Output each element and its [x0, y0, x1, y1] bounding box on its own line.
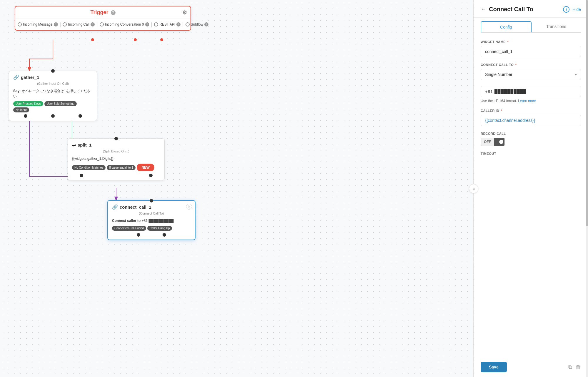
caller-id-input[interactable] — [481, 115, 581, 126]
svg-point-2 — [160, 38, 163, 41]
trigger-tab-help-4: ? — [176, 22, 181, 26]
widget-name-input[interactable] — [481, 46, 581, 57]
phone-number-group: Use the +E.164 format. Learn more — [481, 86, 581, 103]
trigger-tab-label-3: Incoming Conversation 0 — [105, 22, 144, 26]
connect-phone: +81 ██████████ — [142, 219, 174, 223]
split-new-badge[interactable]: NEW — [137, 164, 154, 171]
connect-output-dot-2 — [163, 233, 166, 237]
trigger-header: Trigger ? ⚙ — [15, 6, 191, 19]
connect-tag-0: Connected Call Ended — [112, 226, 146, 231]
connect-call-node[interactable]: ✕ 🔗 connect_call_1 (Connect Call To) Con… — [107, 200, 196, 240]
connect-call-to-select-wrapper: Single Number Queue Agent — [481, 69, 581, 80]
widget-name-label: WIDGET NAME * — [481, 40, 581, 44]
gather-link-icon: 🔗 — [13, 74, 19, 80]
tab-config[interactable]: Config — [481, 21, 532, 33]
split-node-content: {{widgets.gather_1.Digits}} — [68, 155, 164, 164]
trigger-tab-circle-4 — [154, 22, 158, 26]
gather-say-text: オペレータにつなぎ場合は1を押してください — [13, 89, 91, 98]
tab-transitions[interactable]: Transitions — [532, 21, 581, 32]
panel-title: Connect Call To — [489, 6, 560, 13]
connect-node-subtitle: (Connect Call To) — [108, 212, 195, 217]
panel-hide-button[interactable]: Hide — [572, 7, 581, 12]
trigger-tab-help-2: ? — [91, 22, 95, 26]
connect-link-icon: 🔗 — [112, 204, 118, 210]
widget-name-group: WIDGET NAME * — [481, 40, 581, 57]
connect-call-to-label: CONNECT CALL TO * — [481, 63, 581, 67]
panel-tabs: Config Transitions — [474, 18, 588, 32]
gather-output-dot-1 — [24, 114, 27, 118]
caller-id-label: CALLER ID * — [481, 109, 581, 112]
gather-node-subtitle: (Gather Input On Call) — [9, 82, 97, 87]
panel-collapse-button[interactable]: « — [469, 184, 478, 193]
record-call-toggle[interactable] — [494, 138, 505, 146]
gather-output-dot-2 — [51, 114, 55, 118]
trigger-node: Trigger ? ⚙ Incoming Message ? | Incomin… — [15, 6, 191, 31]
timeout-label: TIMEOUT — [481, 152, 581, 155]
split-node[interactable]: ⇌ split_1 (Split Based On...) {{widgets.… — [68, 138, 165, 180]
trigger-gear-icon[interactable]: ⚙ — [182, 9, 187, 16]
connect-node-title: connect_call_1 — [120, 205, 151, 210]
gather-node[interactable]: 🔗 gather_1 (Gather Input On Call) Say: オ… — [9, 71, 97, 121]
connections-svg — [0, 0, 473, 377]
trigger-tab-label-1: Incoming Message — [23, 22, 53, 26]
trigger-tab-incoming-call[interactable]: Incoming Call ? — [63, 22, 95, 27]
gather-node-title: gather_1 — [21, 75, 39, 80]
split-node-title: split_1 — [78, 142, 92, 147]
timeout-group: TIMEOUT — [481, 152, 581, 155]
panel-info-icon[interactable]: i — [563, 6, 569, 13]
split-tag-0: No Condition Matches — [72, 165, 106, 170]
connect-close-button[interactable]: ✕ — [186, 204, 192, 210]
panel-scrollbar[interactable] — [586, 0, 588, 377]
save-button[interactable]: Save — [481, 362, 507, 372]
gather-node-content: Say: オペレータにつなぎ場合は1を押してください — [9, 87, 97, 101]
learn-more-link[interactable]: Learn more — [518, 99, 536, 103]
gather-node-tags: User Pressed Keys User Said Something No… — [9, 101, 97, 112]
svg-point-1 — [134, 38, 137, 41]
split-output-dot-1 — [80, 174, 83, 177]
caller-id-group: CALLER ID * — [481, 109, 581, 126]
gather-say-prefix: Say: — [13, 89, 21, 93]
svg-point-0 — [91, 38, 94, 41]
trigger-help-icon[interactable]: ? — [111, 10, 116, 15]
trigger-title: Trigger — [90, 9, 108, 16]
trigger-tab-help-5: ? — [204, 22, 208, 26]
connect-call-to-group: CONNECT CALL TO * Single Number Queue Ag… — [481, 63, 581, 80]
toggle-off-label: OFF — [481, 138, 494, 146]
split-node-tags: No Condition Matches If value equal_to 1… — [68, 164, 164, 171]
trigger-tab-rest-api[interactable]: REST API ? — [154, 22, 181, 27]
canvas-area: Trigger ? ⚙ Incoming Message ? | Incomin… — [0, 0, 473, 377]
connect-node-content: Connect caller to +81 ██████████ — [108, 217, 195, 226]
split-output-dot-2 — [149, 174, 153, 177]
gather-tag-2: No Input — [13, 107, 29, 112]
copy-button[interactable]: ⧉ — [568, 364, 572, 370]
panel-scrollbar-thumb — [586, 0, 588, 226]
footer-actions: ⧉ 🗑 — [568, 364, 581, 370]
split-node-subtitle: (Split Based On...) — [68, 150, 164, 155]
trigger-tab-subflow[interactable]: Subflow ? — [186, 22, 209, 27]
delete-button[interactable]: 🗑 — [576, 364, 581, 370]
trigger-tab-label-2: Incoming Call — [68, 22, 89, 26]
gather-input-dot — [51, 69, 55, 73]
gather-output-dot-3 — [78, 114, 82, 118]
trigger-tab-label-5: Subflow — [191, 22, 203, 26]
trigger-tab-help-3: ? — [145, 22, 149, 26]
trigger-tab-incoming-message[interactable]: Incoming Message ? — [18, 22, 58, 27]
split-input-dot — [114, 137, 118, 140]
trigger-tab-incoming-conversation[interactable]: Incoming Conversation 0 ? — [100, 22, 149, 27]
trigger-tab-circle-5 — [186, 22, 190, 26]
panel-footer: Save ⧉ 🗑 — [474, 357, 588, 377]
record-call-group: RECORD CALL OFF — [481, 132, 581, 146]
trigger-tab-circle-2 — [63, 22, 67, 26]
split-icon: ⇌ — [72, 142, 76, 148]
gather-tag-0: User Pressed Keys — [13, 101, 43, 106]
phone-hint: Use the +E.164 format. Learn more — [481, 99, 581, 103]
trigger-tab-label-4: REST API — [159, 22, 175, 26]
phone-number-input[interactable] — [481, 86, 581, 97]
connect-node-tags: Connected Call Ended Caller Hung Up — [108, 226, 195, 231]
trigger-tab-circle-3 — [100, 22, 104, 26]
trigger-tabs: Incoming Message ? | Incoming Call ? | I… — [15, 19, 191, 30]
split-tag-1: If value equal_to 1 — [107, 165, 136, 170]
panel-back-button[interactable]: ← — [481, 6, 486, 12]
connect-call-to-select[interactable]: Single Number Queue Agent — [481, 69, 581, 80]
connect-tag-1: Caller Hung Up — [147, 226, 172, 231]
